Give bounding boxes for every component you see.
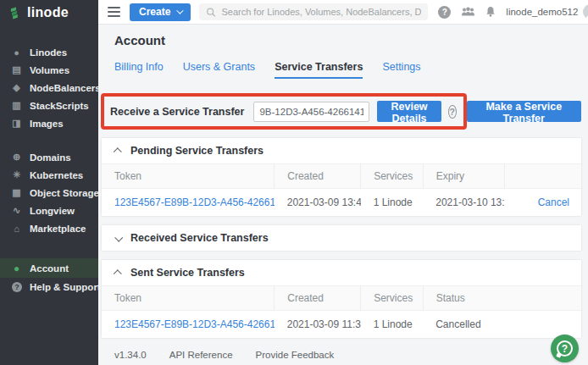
expand-icon [114,233,123,241]
status-cell: Cancelled [423,311,581,339]
sidebar-item-marketplace[interactable]: ⌂ Marketplace [0,219,98,237]
panel-title: Sent Service Transfers [130,267,245,279]
services-cell: 1 Linode [361,311,424,339]
sidebar-item-label: Volumes [30,65,69,75]
sidebar-item-images[interactable]: ◨ Images [0,114,98,132]
page-title: Account [114,33,581,47]
sidebar-item-label: Linodes [30,47,67,58]
token-link[interactable]: 123E4567-E89B-12D3-A456-426614174001 [114,318,275,330]
sent-transfers-table: Token Created Services Status 123E4567-E… [102,285,581,338]
make-service-transfer-button[interactable]: Make a Service Transfer [467,101,581,122]
pending-transfers-header[interactable]: Pending Service Transfers [102,138,581,163]
panel-title: Received Service Transfers [130,232,269,244]
panel-title: Pending Service Transfers [130,145,263,157]
table-header-row: Token Created Services Expiry [102,164,581,189]
main-content: Account Billing Info Users & Grants Serv… [98,25,588,365]
receive-transfer-highlight-box: Receive a Service Transfer Review Detail… [101,93,467,130]
domains-icon: ⊕ [11,152,22,163]
sidebar-item-stackscripts[interactable]: ▥ StackScripts [0,97,98,114]
review-details-button[interactable]: Review Details [377,101,441,122]
column-status: Status [423,286,581,311]
notifications-button[interactable] [485,6,496,18]
question-bubble-icon: ? [557,340,573,357]
chevron-down-icon [177,7,184,14]
sidebar-item-label: Kubernetes [30,170,83,180]
expiry-cell: 2021-03-10 13:47 [423,189,504,217]
search-icon [206,7,216,18]
community-icon [461,7,475,18]
received-transfers-panel: Received Service Transfers [102,225,581,251]
token-cell: 123E4567-E89B-12D3-A456-426614174000 [102,189,275,217]
images-icon: ◨ [11,118,22,129]
tab-service-transfers[interactable]: Service Transfers [275,61,363,79]
search-input[interactable] [221,7,421,17]
created-cell: 2021-03-09 11:33 [275,311,361,339]
create-button[interactable]: Create [130,3,191,21]
logo-wordmark: linode [27,5,69,20]
sidebar-item-linodes[interactable]: ● Linodes [0,43,98,61]
api-reference-link[interactable]: API Reference [169,350,233,360]
sidebar-item-object-storage[interactable]: ▦ Object Storage [0,184,98,202]
app-window: linode Create ? [0,0,588,365]
help-menu-button[interactable]: ? [438,6,451,19]
column-expiry: Expiry [423,164,504,189]
create-button-label: Create [139,6,170,18]
transfer-action-row: Receive a Service Transfer Review Detail… [102,93,581,130]
sidebar-item-help-support[interactable]: ? Help & Support [0,278,98,296]
sidebar-item-volumes[interactable]: ▤ Volumes [0,61,98,79]
token-link[interactable]: 123E4567-E89B-12D3-A456-426614174000 [114,196,275,208]
account-icon: ● [11,263,22,274]
sent-transfers-header[interactable]: Sent Service Transfers [102,260,581,285]
column-token: Token [102,286,275,311]
column-token: Token [102,164,275,189]
help-chat-button[interactable]: ? [551,335,579,362]
sidebar-item-kubernetes[interactable]: ✳ Kubernetes [0,166,98,184]
sent-transfers-panel: Sent Service Transfers Token Created Ser… [102,260,581,338]
menu-hamburger-icon[interactable] [106,5,122,19]
search-bar[interactable] [199,3,428,20]
stackscripts-icon: ▥ [11,100,22,111]
cancel-link[interactable]: Cancel [538,196,569,208]
receive-transfer-label: Receive a Service Transfer [110,106,244,118]
sidebar-item-label: Images [30,119,64,129]
column-services: Services [361,286,424,311]
object-storage-icon: ▦ [11,187,22,198]
kubernetes-icon: ✳ [11,169,22,180]
community-button[interactable] [461,7,475,18]
tab-billing-info[interactable]: Billing Info [114,61,164,79]
column-created: Created [275,286,361,311]
marketplace-icon: ⌂ [11,224,22,234]
sidebar-item-label: StackScripts [30,101,89,111]
version-label: v1.34.0 [114,350,147,360]
sidebar-item-longview[interactable]: ∿ Longview [0,202,98,219]
table-row: 123E4567-E89B-12D3-A456-426614174000 202… [102,189,581,217]
provide-feedback-link[interactable]: Provide Feedback [256,350,335,360]
help-support-icon: ? [12,282,22,292]
linode-logo-icon [9,6,22,19]
pending-transfers-table: Token Created Services Expiry 123E4567-E… [102,163,581,216]
avatar [583,4,588,19]
transfer-token-input[interactable] [253,102,369,122]
receive-transfer-help-icon[interactable]: ? [448,105,457,119]
sidebar-item-label: Longview [30,206,75,216]
sidebar-item-label: Marketplace [30,224,86,234]
sidebar-item-nodebalancers[interactable]: ◈ NodeBalancers [0,79,98,97]
tab-settings[interactable]: Settings [382,61,420,79]
tab-users-grants[interactable]: Users & Grants [183,61,255,79]
received-transfers-header[interactable]: Received Service Transfers [102,225,581,251]
footer: v1.34.0 API Reference Provide Feedback [114,350,581,360]
sidebar-item-domains[interactable]: ⊕ Domains [0,148,98,166]
collapse-icon [114,147,122,156]
table-row: 123E4567-E89B-12D3-A456-426614174001 202… [102,311,581,339]
pending-transfers-panel: Pending Service Transfers Token Created … [102,138,581,216]
sidebar-item-label: NodeBalancers [30,83,101,93]
linode-logo[interactable]: linode [0,0,98,25]
sidebar-item-label: Help & Support [30,282,101,292]
column-services: Services [361,164,424,189]
column-actions [504,164,581,189]
top-bar: linode Create ? [0,0,588,25]
sidebar-item-account[interactable]: ● Account [0,258,98,278]
tab-bar: Billing Info Users & Grants Service Tran… [114,61,581,79]
user-menu[interactable]: linode_demo512 [506,4,588,19]
created-cell: 2021-03-09 13:47 [275,189,361,217]
